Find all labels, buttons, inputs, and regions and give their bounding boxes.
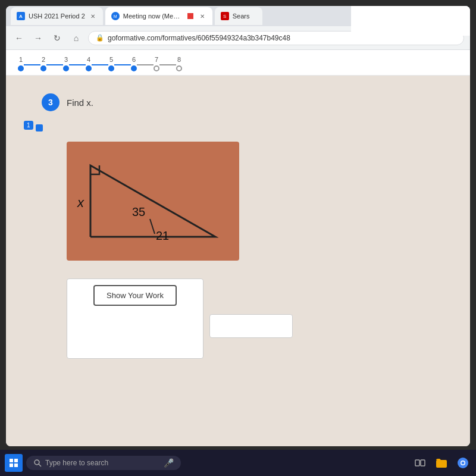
question-image: x 35 21 (67, 142, 239, 261)
progress-line-2 (46, 64, 63, 65)
points-badge: 1 (24, 121, 33, 130)
svg-rect-4 (10, 459, 13, 462)
progress-dot-5 (108, 65, 114, 71)
file-explorer-icon (436, 458, 447, 468)
svg-point-15 (462, 462, 465, 465)
question-header: 3 Find x. (42, 93, 93, 111)
progress-line-1 (24, 64, 40, 65)
answer-input-box[interactable] (209, 314, 293, 338)
lock-icon: 🔒 (96, 34, 104, 42)
start-button[interactable] (5, 454, 23, 472)
tab-label-meeting: Meeting now (Meeting) | M... (123, 12, 183, 20)
taskbar-system-icons (412, 455, 471, 471)
file-explorer-button[interactable] (433, 455, 450, 471)
tab-ush[interactable]: A USH 2021 Period 2 ✕ (11, 7, 103, 25)
taskbar-search-icon (33, 459, 42, 467)
question-text: Find x. (67, 98, 93, 108)
svg-rect-6 (10, 464, 13, 467)
svg-rect-11 (421, 460, 425, 466)
progress-line-5 (114, 64, 131, 65)
microphone-icon: 🎤 (164, 458, 174, 468)
work-drawing-area[interactable] (73, 311, 197, 352)
task-view-button[interactable] (412, 455, 428, 471)
svg-rect-7 (14, 464, 18, 467)
chrome-icon (457, 457, 469, 469)
svg-line-9 (39, 464, 41, 466)
meeting-favicon: M (111, 12, 120, 20)
progress-num-4: 4 (87, 56, 90, 63)
browser-window: A USH 2021 Period 2 ✕ M Meeting now (Mee… (6, 6, 470, 446)
progress-num-8: 8 (177, 56, 181, 63)
question-section: 3 Find x. 1 (18, 87, 458, 365)
tab-favicon-ush: A (17, 12, 25, 20)
svg-rect-10 (415, 460, 419, 466)
svg-rect-5 (14, 459, 18, 462)
taskbar: Type here to search 🎤 (0, 450, 476, 476)
refresh-button[interactable]: ↻ (50, 31, 64, 45)
taskbar-search-bar[interactable]: Type here to search 🎤 (26, 456, 181, 470)
progress-num-5: 5 (109, 56, 113, 63)
progress-dot-1 (18, 65, 24, 71)
progress-dot-2 (40, 65, 46, 71)
points-icon (36, 124, 43, 131)
tab-close-meeting[interactable]: ✕ (198, 12, 206, 20)
question-number-badge: 3 (42, 93, 60, 111)
show-work-box: Show Your Work (67, 278, 203, 359)
progress-dot-7 (154, 65, 159, 71)
recording-indicator (187, 13, 193, 19)
url-text: goformative.com/formatives/606f55949324a… (108, 34, 290, 42)
progress-item-4[interactable]: 4 (86, 56, 92, 71)
svg-text:21: 21 (156, 229, 169, 242)
tab-meeting[interactable]: M Meeting now (Meeting) | M... ✕ (105, 7, 212, 25)
show-work-button[interactable]: Show Your Work (93, 285, 177, 306)
chrome-button[interactable] (455, 455, 471, 471)
svg-point-8 (35, 460, 39, 465)
progress-item-2[interactable]: 2 (40, 56, 46, 71)
progress-bar: 1 2 3 4 5 6 7 (6, 50, 470, 76)
progress-line-4 (92, 64, 108, 65)
progress-num-2: 2 (42, 56, 45, 63)
progress-item-6[interactable]: 6 (131, 56, 137, 71)
windows-logo-icon (9, 458, 18, 468)
progress-line-7 (159, 64, 176, 65)
svg-rect-12 (436, 460, 447, 468)
forward-button[interactable]: → (31, 31, 45, 45)
progress-num-3: 3 (64, 56, 68, 63)
back-button[interactable]: ← (12, 31, 26, 45)
triangle-svg: x 35 21 (67, 142, 239, 261)
main-content: 3 Find x. 1 (6, 76, 470, 446)
progress-line-3 (69, 64, 86, 65)
progress-item-5[interactable]: 5 (108, 56, 114, 71)
progress-num-7: 7 (155, 56, 158, 63)
progress-num-1: 1 (19, 56, 23, 63)
work-area: Show Your Work (67, 278, 293, 359)
progress-dot-8 (176, 65, 182, 71)
task-view-icon (414, 457, 426, 469)
progress-item-8[interactable]: 8 (176, 56, 182, 71)
tab-label-sears: Sears (233, 12, 256, 20)
progress-item-7[interactable]: 7 (154, 56, 159, 71)
points-area: 1 (42, 121, 43, 134)
tab-close-ush[interactable]: ✕ (89, 12, 97, 20)
sears-favicon: S (221, 12, 229, 20)
taskbar-search-text: Type here to search (45, 459, 108, 467)
tab-sears[interactable]: S Sears (215, 7, 262, 25)
svg-text:35: 35 (132, 205, 145, 218)
home-button[interactable]: ⌂ (69, 31, 83, 45)
progress-dot-4 (86, 65, 92, 71)
progress-dot-3 (63, 65, 69, 71)
svg-text:x: x (77, 195, 84, 210)
progress-item-1[interactable]: 1 (18, 56, 24, 71)
progress-dot-6 (131, 65, 137, 71)
tab-label-ush: USH 2021 Period 2 (29, 12, 85, 20)
progress-line-6 (137, 64, 154, 65)
svg-line-3 (150, 219, 155, 234)
top-right-panel (351, 6, 470, 36)
progress-item-3[interactable]: 3 (63, 56, 69, 71)
progress-num-6: 6 (132, 56, 136, 63)
